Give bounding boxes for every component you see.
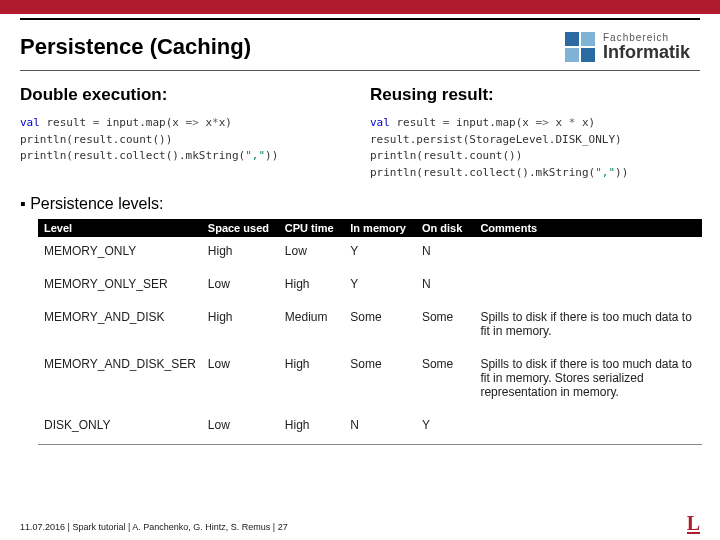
- bullet-icon: ▪: [20, 195, 30, 212]
- op: *: [212, 116, 219, 129]
- cell: High: [202, 303, 279, 350]
- cell: Some: [416, 350, 474, 411]
- cell: Y: [344, 270, 416, 303]
- op: =>: [536, 116, 549, 129]
- th-cpu: CPU time: [279, 219, 344, 237]
- cell: High: [279, 350, 344, 411]
- table-bottom-rule: [38, 444, 702, 445]
- th-space: Space used: [202, 219, 279, 237]
- right-column: Reusing result: val result = input.map(x…: [370, 85, 710, 181]
- cell: Low: [202, 350, 279, 411]
- logo-text: Fachbereich Informatik: [603, 33, 690, 61]
- cell: N: [344, 411, 416, 444]
- cell: Medium: [279, 303, 344, 350]
- th-level: Level: [38, 219, 202, 237]
- cell: Low: [279, 237, 344, 270]
- right-heading: Reusing result:: [370, 85, 710, 105]
- code-text: )): [265, 149, 278, 162]
- cell: Y: [344, 237, 416, 270]
- table-row: MEMORY_AND_DISK High Medium Some Some Sp…: [38, 303, 702, 350]
- cell: MEMORY_ONLY: [38, 237, 202, 270]
- left-heading: Double execution:: [20, 85, 360, 105]
- accent-bar: [0, 0, 720, 14]
- code-text: )): [615, 166, 628, 179]
- cell: Some: [416, 303, 474, 350]
- left-code: val result = input.map(x => x*x) println…: [20, 115, 360, 165]
- logo-squares-icon: [565, 32, 595, 62]
- left-column: Double execution: val result = input.map…: [20, 85, 360, 181]
- code-text: result: [390, 116, 443, 129]
- cell: Some: [344, 303, 416, 350]
- str: ",": [245, 149, 265, 162]
- cell: [474, 237, 702, 270]
- levels-table-wrap: Level Space used CPU time In memory On d…: [38, 219, 702, 444]
- th-comments: Comments: [474, 219, 702, 237]
- cell: Spills to disk if there is too much data…: [474, 303, 702, 350]
- cell: [474, 411, 702, 444]
- table-row: DISK_ONLY Low High N Y: [38, 411, 702, 444]
- code-text: x: [199, 116, 212, 129]
- dept-logo: Fachbereich Informatik: [565, 32, 690, 62]
- header: Persistence (Caching) Fachbereich Inform…: [0, 20, 720, 70]
- str: ",": [595, 166, 615, 179]
- code-text: println(result.collect().mkString(: [20, 149, 245, 162]
- table-row: MEMORY_AND_DISK_SER Low High Some Some S…: [38, 350, 702, 411]
- cell: [474, 270, 702, 303]
- code-text: println(result.count()): [370, 149, 522, 162]
- footer-text: 11.07.2016 | Spark tutorial | A. Panchen…: [20, 522, 288, 532]
- persist-label-text: Persistence levels:: [30, 195, 163, 212]
- code-text: input.map(x: [99, 116, 185, 129]
- table-header-row: Level Space used CPU time In memory On d…: [38, 219, 702, 237]
- header-rule: [20, 70, 700, 71]
- cell: Some: [344, 350, 416, 411]
- persistence-levels-heading: ▪ Persistence levels:: [0, 181, 720, 219]
- logo-line2: Informatik: [603, 43, 690, 61]
- table-row: MEMORY_ONLY_SER Low High Y N: [38, 270, 702, 303]
- cell: Spills to disk if there is too much data…: [474, 350, 702, 411]
- op: =>: [186, 116, 199, 129]
- code-text: x: [549, 116, 569, 129]
- code-text: result: [40, 116, 93, 129]
- cell: High: [279, 411, 344, 444]
- code-text: input.map(x: [449, 116, 535, 129]
- page-title: Persistence (Caching): [20, 34, 251, 60]
- code-text: println(result.count()): [20, 133, 172, 146]
- cell: High: [202, 237, 279, 270]
- cell: Y: [416, 411, 474, 444]
- cell: Low: [202, 411, 279, 444]
- th-disk: On disk: [416, 219, 474, 237]
- cell: N: [416, 237, 474, 270]
- th-mem: In memory: [344, 219, 416, 237]
- table-body: MEMORY_ONLY High Low Y N MEMORY_ONLY_SER…: [38, 237, 702, 444]
- code-text: x): [575, 116, 595, 129]
- cell: MEMORY_AND_DISK_SER: [38, 350, 202, 411]
- levels-table: Level Space used CPU time In memory On d…: [38, 219, 702, 444]
- cell: DISK_ONLY: [38, 411, 202, 444]
- kw: val: [20, 116, 40, 129]
- code-columns: Double execution: val result = input.map…: [0, 81, 720, 181]
- kw: val: [370, 116, 390, 129]
- table-row: MEMORY_ONLY High Low Y N: [38, 237, 702, 270]
- cell: MEMORY_AND_DISK: [38, 303, 202, 350]
- footer-logo: L: [687, 514, 700, 534]
- code-text: println(result.collect().mkString(: [370, 166, 595, 179]
- cell: High: [279, 270, 344, 303]
- cell: Low: [202, 270, 279, 303]
- code-text: x): [219, 116, 232, 129]
- cell: N: [416, 270, 474, 303]
- code-text: result.persist(StorageLevel.DISK_ONLY): [370, 133, 622, 146]
- right-code: val result = input.map(x => x * x) resul…: [370, 115, 710, 181]
- cell: MEMORY_ONLY_SER: [38, 270, 202, 303]
